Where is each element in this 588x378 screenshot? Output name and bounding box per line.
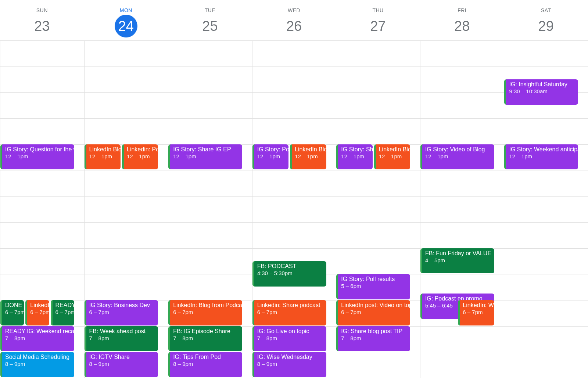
event-title: IG Story: Share	[341, 146, 369, 153]
event-title: IG Story: Podcast	[257, 146, 286, 153]
event-time: 6 – 7pm	[55, 309, 71, 316]
calendar-event[interactable]: LinkedIn: Weekly6 – 7pm	[458, 300, 494, 325]
event-time: 12 – 1pm	[509, 153, 575, 160]
calendar-event[interactable]: IG: Tips From Pod8 – 9pm	[168, 352, 242, 377]
calendar-event[interactable]: DONE6 – 7pm	[0, 300, 24, 325]
event-time: 12 – 1pm	[295, 153, 323, 160]
day-number[interactable]: 25	[198, 15, 221, 37]
calendar-event[interactable]: IG Story: Business Dev6 – 7pm	[85, 300, 158, 325]
event-title: LinkedIn post: Video on topic	[341, 302, 407, 309]
calendar-event[interactable]: Social Media Scheduling8 – 9pm	[0, 352, 74, 377]
calendar-event[interactable]: IG: Go Live on topic7 – 8pm	[252, 326, 326, 352]
calendar-event[interactable]: Linkedin: Post12 – 1pm	[122, 144, 158, 170]
day-column[interactable]: LinkedIn Blog12 – 1pmLinkedin: Post12 – …	[84, 40, 168, 378]
event-time: 7 – 8pm	[173, 335, 239, 342]
day-number[interactable]: 26	[283, 15, 305, 37]
day-of-week-label: TUE	[168, 7, 252, 13]
event-title: READY	[55, 302, 71, 309]
event-title: IG Story: Video of Blog	[425, 146, 491, 153]
calendar-event[interactable]: FB: IG Episode Share7 – 8pm	[168, 326, 242, 352]
event-title: LinkedIn	[30, 302, 46, 309]
day-number[interactable]: 27	[367, 15, 390, 37]
event-title: IG: Go Live on topic	[257, 328, 323, 335]
day-of-week-label: MON	[84, 7, 168, 13]
day-column[interactable]: IG Story: Share IG EP12 – 1pmLinkedIn: B…	[168, 40, 252, 378]
day-column[interactable]: IG: Insightful Saturday9:30 – 10:30amIG …	[504, 40, 588, 378]
calendar-event[interactable]: LinkedIn post: Video on topic6 – 7pm	[336, 300, 410, 325]
event-title: FB: IG Episode Share	[173, 328, 239, 335]
calendar-event[interactable]: IG: Wise Wednesday8 – 9pm	[252, 352, 326, 377]
calendar-event[interactable]: IG: IGTV Share8 – 9pm	[85, 352, 158, 377]
day-number[interactable]: 23	[31, 15, 53, 37]
calendar-event[interactable]: LinkedIn Blog12 – 1pm	[290, 144, 326, 170]
event-title: FB: PODCAST	[257, 263, 323, 270]
event-title: LinkedIn Blog	[89, 146, 118, 153]
event-title: LinkedIn Blog	[379, 146, 407, 153]
day-of-week-label: WED	[252, 7, 336, 13]
calendar-grid[interactable]: IG Story: Question for the week12 – 1pmD…	[0, 40, 588, 378]
event-time: 12 – 1pm	[89, 153, 118, 160]
day-column[interactable]: IG Story: Podcast12 – 1pmLinkedIn Blog12…	[252, 40, 336, 378]
event-title: LinkedIn Blog	[295, 146, 323, 153]
day-number-today[interactable]: 24	[115, 15, 137, 37]
day-header[interactable]: WED26	[252, 0, 336, 40]
event-title: IG Story: Business Dev	[89, 302, 155, 309]
day-number[interactable]: 29	[535, 15, 557, 37]
event-time: 7 – 8pm	[257, 335, 323, 342]
event-title: DONE	[5, 302, 21, 309]
calendar-event[interactable]: IG Story: Share12 – 1pm	[336, 144, 372, 170]
event-time: 12 – 1pm	[425, 153, 491, 160]
event-title: READY IG: Weekend recap	[5, 328, 71, 335]
calendar-event[interactable]: Linkedin: Share podcast6 – 7pm	[252, 300, 326, 325]
event-time: 12 – 1pm	[379, 153, 407, 160]
event-title: IG Story: Share IG EP	[173, 146, 239, 153]
day-of-week-label: SAT	[504, 7, 588, 13]
calendar-event[interactable]: FB: Fun Friday or VALUE4 – 5pm	[420, 248, 494, 274]
calendar-event[interactable]: READY6 – 7pm	[51, 300, 74, 325]
day-header[interactable]: SAT29	[504, 0, 588, 40]
event-title: IG Story: Question for the week	[5, 146, 71, 153]
calendar-event[interactable]: IG Story: Poll results5 – 6pm	[336, 274, 410, 299]
day-header[interactable]: THU27	[336, 0, 420, 40]
event-title: Linkedin: Post	[127, 146, 155, 153]
event-time: 7 – 8pm	[341, 335, 407, 342]
event-time: 8 – 9pm	[5, 361, 71, 368]
event-title: IG Story: Poll results	[341, 276, 407, 283]
calendar-event[interactable]: IG Story: Podcast12 – 1pm	[252, 144, 288, 170]
event-title: LinkedIn: Weekly	[463, 302, 491, 309]
calendar-event[interactable]: LinkedIn Blog12 – 1pm	[374, 144, 410, 170]
day-column[interactable]: IG Story: Question for the week12 – 1pmD…	[0, 40, 84, 378]
calendar-event[interactable]: FB: PODCAST4:30 – 5:30pm	[252, 261, 326, 287]
event-time: 6 – 7pm	[257, 309, 323, 316]
calendar-event[interactable]: IG: Insightful Saturday9:30 – 10:30am	[504, 79, 578, 105]
event-time: 8 – 9pm	[173, 361, 239, 368]
calendar-event[interactable]: IG Story: Video of Blog12 – 1pm	[420, 144, 494, 170]
event-title: FB: Week ahead post	[89, 328, 155, 335]
event-time: 6 – 7pm	[173, 309, 239, 316]
event-time: 12 – 1pm	[5, 153, 71, 160]
calendar-event[interactable]: IG Story: Question for the week12 – 1pm	[0, 144, 74, 170]
calendar-event[interactable]: LinkedIn Blog12 – 1pm	[85, 144, 121, 170]
event-time: 6 – 7pm	[463, 309, 491, 316]
day-column[interactable]: IG Story: Video of Blog12 – 1pmFB: Fun F…	[420, 40, 504, 378]
day-number[interactable]: 28	[451, 15, 473, 37]
day-header[interactable]: SUN23	[0, 0, 84, 40]
calendar-event[interactable]: READY IG: Weekend recap7 – 8pm	[0, 326, 74, 352]
calendar-week-view: SUN23MON24TUE25WED26THU27FRI28SAT29 IG S…	[0, 0, 588, 378]
event-time: 4 – 5pm	[425, 257, 491, 264]
event-title: IG: Tips From Pod	[173, 353, 239, 361]
calendar-event[interactable]: IG Story: Share IG EP12 – 1pm	[168, 144, 242, 170]
calendar-event[interactable]: IG Story: Weekend anticipation12 – 1pm	[504, 144, 578, 170]
day-column[interactable]: IG Story: Share12 – 1pmLinkedIn Blog12 –…	[336, 40, 420, 378]
calendar-event[interactable]: FB: Week ahead post7 – 8pm	[85, 326, 158, 352]
calendar-event[interactable]: IG: Share blog post TIP7 – 8pm	[336, 326, 410, 352]
event-time: 12 – 1pm	[257, 153, 286, 160]
calendar-event[interactable]: LinkedIn6 – 7pm	[25, 300, 49, 325]
day-of-week-label: SUN	[0, 7, 84, 13]
event-title: IG: Share blog post TIP	[341, 328, 407, 335]
day-header[interactable]: TUE25	[168, 0, 252, 40]
calendar-event[interactable]: LinkedIn: Blog from Podcast6 – 7pm	[168, 300, 242, 325]
event-title: FB: Fun Friday or VALUE	[425, 250, 491, 257]
day-header[interactable]: MON24	[84, 0, 168, 40]
day-header[interactable]: FRI28	[420, 0, 504, 40]
